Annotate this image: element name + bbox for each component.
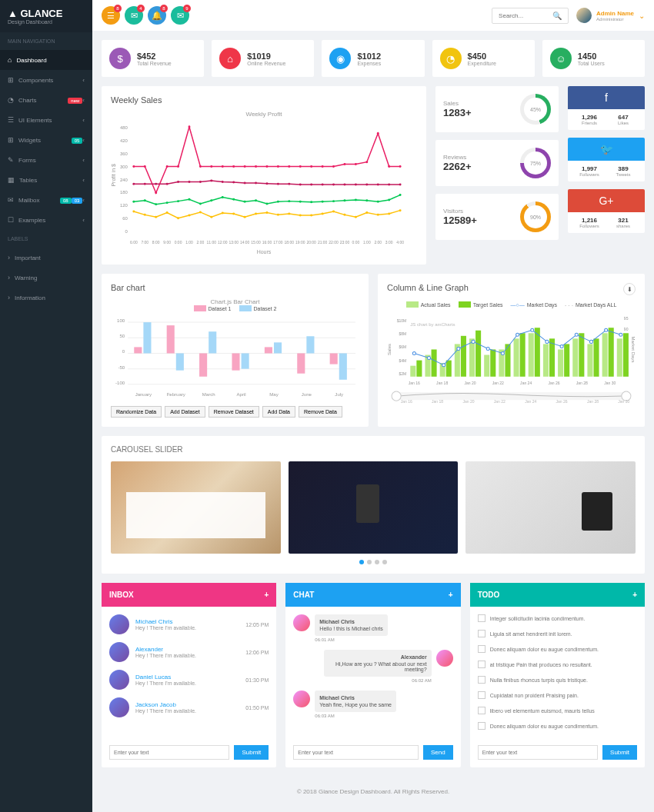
checkbox[interactable] [478, 691, 485, 699]
svg-rect-203 [514, 338, 519, 376]
checkbox[interactable] [478, 722, 485, 730]
nav-label-information[interactable]: ›Information [0, 288, 92, 308]
svg-point-15 [188, 125, 190, 128]
chat-input[interactable] [293, 745, 419, 760]
checkbox[interactable] [478, 630, 485, 637]
top-icon-2[interactable]: 🔔8 [148, 6, 166, 25]
svg-point-88 [166, 211, 169, 214]
checkbox[interactable] [478, 614, 485, 622]
carousel-image-2[interactable] [289, 461, 459, 554]
svg-text:Jan 30: Jan 30 [604, 381, 616, 385]
chat-send-button[interactable]: Send [423, 745, 453, 760]
bar-chart: -100-50050100JanuaryFebruaryMarchAprilMa… [111, 314, 359, 400]
sidebar: ▲ GLANCE Design Dashboard MAIN NAVIGATIO… [0, 0, 92, 812]
search-input[interactable] [499, 12, 552, 19]
nav-item-tables[interactable]: ▦Tables‹ [0, 170, 92, 190]
column-line-card: Column & Line Graph ⬇ Actual Sales Targe… [378, 274, 645, 427]
todo-item[interactable]: libero vel elementum euismod, mauris tel… [478, 707, 637, 714]
chat-message: Michael ChrisYeah fine, Hope you the sam… [293, 691, 452, 718]
svg-text:Jan 30: Jan 30 [618, 399, 629, 404]
chart-btn-randomize-data[interactable]: Randomize Data [111, 406, 162, 418]
stat-card-online-revenue: ⌂$1019Online Revenue [212, 40, 314, 77]
svg-point-83 [388, 198, 390, 201]
inbox-panel: INBOX+ Michael ChrisHey ! There I'm avai… [102, 583, 276, 767]
admin-menu[interactable]: Admin Name Administrator ⌄ [576, 8, 645, 23]
checkbox[interactable] [478, 645, 485, 653]
svg-text:22:00: 22:00 [329, 241, 339, 245]
nav-item-ui-elements[interactable]: ☰UI Elements‹ [0, 110, 92, 130]
nav-item-components[interactable]: ⊞Components‹ [0, 70, 92, 90]
inbox-item[interactable]: Jackson JacobHey ! There I'm available.0… [109, 697, 269, 717]
svg-point-44 [232, 181, 235, 184]
svg-point-228 [546, 340, 549, 343]
svg-point-77 [322, 201, 324, 203]
svg-text:17:00: 17:00 [273, 241, 283, 245]
svg-point-62 [155, 203, 157, 205]
svg-point-106 [365, 211, 368, 214]
top-icon-1[interactable]: ✉4 [125, 6, 143, 25]
nav-item-forms[interactable]: ✎Forms‹ [0, 150, 92, 170]
inbox-item[interactable]: Michael ChrisHey ! There I'm available.1… [109, 614, 269, 634]
todo-item[interactable]: Integer sollicitudin lacinia condimentum… [478, 614, 637, 622]
checkbox[interactable] [478, 676, 485, 684]
nav-item-mailbox[interactable]: ✉Mailbox0803‹ [0, 190, 92, 210]
svg-text:Jan 16: Jan 16 [409, 381, 420, 385]
search-box[interactable]: 🔍 [492, 8, 569, 24]
chat-expand[interactable]: + [449, 591, 453, 599]
nav-item-dashboard[interactable]: ⌂Dashboard [0, 50, 92, 70]
carousel-image-3[interactable] [465, 461, 636, 554]
svg-point-232 [605, 328, 608, 331]
checkbox[interactable] [478, 707, 485, 714]
social-card[interactable]: G+1,216Followers321shares [568, 189, 645, 233]
chart-btn-remove-dataset[interactable]: Remove Dataset [209, 406, 259, 418]
svg-text:480: 480 [120, 125, 128, 130]
carousel-dots[interactable] [111, 560, 636, 564]
todo-input[interactable] [478, 745, 598, 760]
nav-item-charts[interactable]: ◔Chartsnew‹ [0, 90, 92, 110]
svg-point-46 [255, 181, 257, 184]
chart-btn-remove-data[interactable]: Remove Data [299, 406, 342, 418]
social-card[interactable]: f1,296Friends647Likes [568, 86, 645, 130]
todo-item[interactable]: at tristique Pain that produces no resul… [478, 661, 637, 668]
inbox-submit-button[interactable]: Submit [234, 745, 269, 760]
nav-item-widgets[interactable]: ⊞Widgets05‹ [0, 130, 92, 150]
social-card[interactable]: 🐦1,997Followers389Tweets [568, 138, 645, 181]
time-scroller[interactable]: Jan 16Jan 18Jan 20Jan 22Jan 24Jan 26Jan … [387, 388, 636, 404]
download-icon[interactable]: ⬇ [623, 283, 636, 295]
svg-rect-194 [446, 361, 452, 377]
svg-rect-153 [199, 354, 207, 377]
inbox-item[interactable]: Daniel LucasHey ! There I'm available.01… [109, 670, 269, 690]
todo-item[interactable]: Cupidatat non proident Praising pain. [478, 691, 637, 699]
svg-point-95 [244, 216, 246, 218]
chart-btn-add-data[interactable]: Add Data [262, 406, 295, 418]
top-icon-3[interactable]: ✉9 [171, 6, 189, 25]
svg-point-91 [199, 211, 202, 213]
inbox-item[interactable]: AlexanderHey ! There I'm available.12:06… [109, 642, 269, 662]
todo-item[interactable]: Donec aliquam dolor eu augue condimentum… [478, 645, 637, 653]
todo-submit-button[interactable]: Submit [602, 745, 637, 760]
todo-item[interactable]: Nulla finibus rhoncus turpis quis tristi… [478, 676, 637, 684]
todo-item[interactable]: Ligula sit amet hendrerit init lorem. [478, 630, 637, 637]
inbox-expand[interactable]: + [264, 591, 269, 599]
todo-item[interactable]: Donec aliquam dolor eu augue condimentum… [478, 722, 637, 730]
chart-btn-add-dataset[interactable]: Add Dataset [165, 406, 205, 418]
svg-point-225 [501, 352, 504, 355]
inbox-input[interactable] [109, 745, 229, 760]
top-icon-0[interactable]: ☰8 [102, 6, 120, 25]
svg-text:JS chart by amCharts: JS chart by amCharts [410, 322, 455, 327]
svg-text:0: 0 [122, 350, 125, 354]
carousel-image-1[interactable] [111, 461, 281, 554]
svg-rect-150 [167, 325, 175, 353]
svg-point-42 [210, 180, 212, 182]
svg-point-86 [144, 214, 146, 216]
nav-item-examples[interactable]: ☐Examples‹ [0, 210, 92, 230]
svg-point-93 [222, 212, 224, 215]
checkbox[interactable] [478, 661, 485, 668]
todo-expand[interactable]: + [632, 591, 637, 599]
svg-rect-210 [564, 344, 569, 376]
nav-label-important[interactable]: ›Important [0, 248, 92, 268]
svg-text:16:00: 16:00 [262, 241, 272, 245]
svg-point-84 [399, 194, 402, 196]
nav-label-warning[interactable]: ›Warning [0, 268, 92, 288]
svg-text:20:00: 20:00 [306, 241, 316, 245]
